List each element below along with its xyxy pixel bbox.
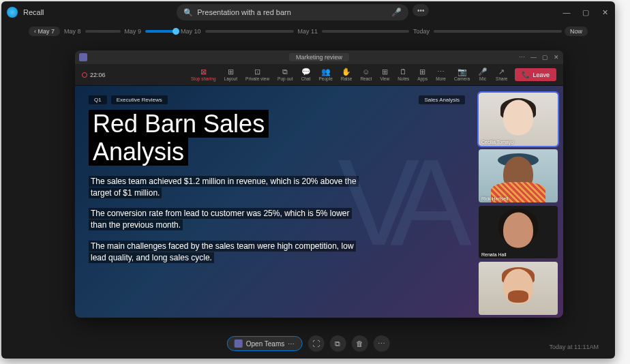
- notes-icon: 🗒: [400, 67, 407, 76]
- react-icon: ☺: [362, 67, 370, 76]
- slide-tag: Executive Reviews: [111, 95, 168, 104]
- slide-tag: Sales Analysis: [419, 95, 465, 104]
- timeline[interactable]: ‹ May 7 May 8 May 9 May 10 May 11 Today …: [1, 23, 615, 40]
- copy-button[interactable]: ⧉: [329, 335, 346, 352]
- more-button[interactable]: ⋯: [373, 335, 389, 352]
- pop-out-icon: ⧉: [282, 67, 288, 76]
- timeline-segment[interactable]: [205, 30, 294, 33]
- record-icon: [82, 72, 87, 78]
- meeting-timer: 22:06: [90, 72, 106, 78]
- apps-icon: ⊞: [419, 67, 425, 76]
- participant-video[interactable]: Renata Hall: [479, 206, 558, 259]
- toolbar-people-button[interactable]: 👥People: [316, 67, 336, 81]
- slide-title: Red Barn SalesAnalysis: [89, 110, 465, 166]
- snapshot-timestamp: Today at 11:11AM: [549, 344, 599, 350]
- raise-icon: ✋: [342, 67, 351, 76]
- timeline-back-button[interactable]: ‹ May 7: [29, 27, 60, 36]
- slide-bullet: The main challenges faced by the sales t…: [89, 241, 361, 264]
- toolbar-camera-button[interactable]: 📷Camera: [451, 67, 473, 81]
- timeline-segment[interactable]: [434, 30, 562, 33]
- participant-video[interactable]: [479, 262, 558, 315]
- mic-icon[interactable]: 🎤: [391, 7, 402, 17]
- timeline-segment-active[interactable]: [145, 30, 177, 33]
- app-title: Recall: [23, 8, 44, 16]
- slide-tag: Q1: [89, 95, 107, 104]
- toolbar-raise-button[interactable]: ✋Raise: [338, 67, 356, 81]
- teams-minimize-button[interactable]: —: [530, 54, 537, 61]
- timeline-segment[interactable]: [322, 30, 409, 33]
- teams-titlebar: Marketing review ⋯ — ▢ ✕: [75, 50, 563, 64]
- chat-icon: 💬: [301, 67, 311, 76]
- meeting-title: Marketing review: [289, 53, 349, 61]
- toolbar-layout-button[interactable]: ⊞Layout: [221, 67, 241, 81]
- search-icon: 🔍: [183, 8, 193, 17]
- teams-more-button[interactable]: ⋯: [519, 54, 525, 61]
- layout-icon: ⊞: [228, 67, 234, 76]
- toolbar-stop-sharing-button[interactable]: ⊠Stop sharing: [188, 67, 220, 81]
- teams-maximize-button[interactable]: ▢: [542, 54, 548, 61]
- more-icon: ⋯: [437, 67, 445, 76]
- toolbar-private-view-button[interactable]: ⊡Private view: [242, 67, 273, 81]
- close-button[interactable]: ✕: [600, 8, 610, 17]
- teams-close-button[interactable]: ✕: [554, 54, 559, 61]
- search-more-button[interactable]: •••: [412, 4, 429, 16]
- timeline-segment[interactable]: [85, 30, 121, 33]
- titlebar: Recall 🔍 🎤 ••• — ▢ ✕: [1, 1, 615, 23]
- open-app-button[interactable]: Open Teams ⋯: [227, 336, 303, 351]
- snapshot-card: Marketing review ⋯ — ▢ ✕ 22:06 ⊠Stop sha…: [75, 50, 563, 318]
- toolbar-more-button[interactable]: ⋯More: [432, 67, 449, 81]
- leave-button[interactable]: 📞 Leave: [515, 68, 556, 81]
- toolbar-notes-button[interactable]: 🗒Notes: [394, 67, 412, 81]
- toolbar-react-button[interactable]: ☺React: [357, 67, 375, 81]
- toolbar-share-button[interactable]: ↗Share: [492, 67, 511, 81]
- teams-logo-icon: [79, 53, 87, 61]
- crop-button[interactable]: ⛶: [308, 335, 324, 352]
- recall-logo-icon: [7, 7, 18, 18]
- share-icon: ↗: [498, 67, 505, 76]
- stop-sharing-icon: ⊠: [200, 67, 207, 76]
- timeline-now-button[interactable]: Now: [565, 27, 588, 36]
- private-view-icon: ⊡: [254, 67, 260, 76]
- mic-icon: 🎤: [478, 67, 487, 76]
- teams-icon: [235, 339, 243, 348]
- view-icon: ⊞: [382, 67, 388, 76]
- participant-video[interactable]: Cecilia Tomayo: [479, 93, 558, 146]
- toolbar-mic-button[interactable]: 🎤Mic: [475, 67, 491, 81]
- toolbar-apps-button[interactable]: ⊞Apps: [414, 67, 431, 81]
- slide-bullet: The sales team achieved $1.2 million in …: [89, 176, 361, 199]
- toolbar-view-button[interactable]: ⊞View: [376, 67, 393, 81]
- shared-slide: VA Q1 Executive Reviews Sales Analysis R…: [75, 86, 479, 318]
- participant-column: Cecilia Tomayo Rick Hartsell Renata Hall: [479, 86, 563, 318]
- maximize-button[interactable]: ▢: [581, 8, 590, 17]
- participant-video[interactable]: Rick Hartsell: [479, 149, 558, 202]
- chevron-left-icon: ‹: [34, 28, 36, 35]
- phone-icon: 📞: [522, 71, 530, 78]
- search-input[interactable]: [197, 8, 385, 16]
- delete-button[interactable]: 🗑: [351, 335, 368, 352]
- recall-window: Recall 🔍 🎤 ••• — ▢ ✕ ‹ May 7 May 8 May 9…: [1, 1, 615, 359]
- toolbar-pop-out-button[interactable]: ⧉Pop out: [274, 67, 296, 81]
- people-icon: 👥: [321, 67, 331, 76]
- slide-bullet: The conversion rate from lead to custome…: [89, 208, 361, 231]
- timeline-knob[interactable]: [172, 28, 179, 35]
- teams-toolbar: 22:06 ⊠Stop sharing⊞Layout⊡Private view⧉…: [75, 64, 563, 86]
- recording-indicator: 22:06: [82, 72, 106, 78]
- camera-icon: 📷: [457, 67, 467, 76]
- minimize-button[interactable]: —: [562, 8, 571, 17]
- search-box[interactable]: 🔍 🎤: [177, 4, 408, 20]
- toolbar-chat-button[interactable]: 💬Chat: [298, 67, 314, 81]
- snapshot-action-bar: Open Teams ⋯ ⛶ ⧉ 🗑 ⋯: [227, 335, 390, 352]
